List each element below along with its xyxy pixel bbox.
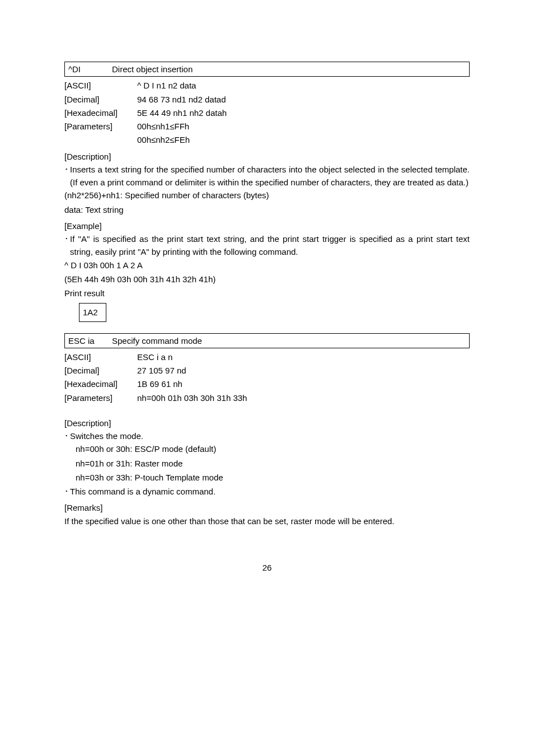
field-value: 27 105 97 nd [137, 364, 186, 377]
field-value: 94 68 73 nd1 nd2 datad [137, 93, 226, 106]
field-value: 1B 69 61 nh [137, 377, 182, 390]
field-label: [Decimal] [64, 93, 137, 106]
field-value: ^ D I n1 n2 data [137, 79, 196, 92]
command-header-box: ^DI Direct object insertion [64, 62, 470, 77]
example-label: [Example] [64, 220, 470, 232]
field-value: 00h≤nh2≤FEh [137, 133, 190, 146]
description-extra: data: Text string [64, 203, 470, 216]
field-label: [Hexadecimal] [64, 377, 137, 390]
bullet-icon: ･ [64, 163, 70, 189]
remarks-text: If the specified value is one other than… [64, 515, 470, 528]
field-label: [Hexadecimal] [64, 106, 137, 119]
page: ^DI Direct object insertion [ASCII]^ D I… [0, 0, 534, 608]
switch-text: Switches the mode. [70, 430, 470, 442]
mode-line: nh=01h or 31h: Raster mode [76, 457, 470, 470]
description-label: [Description] [64, 417, 470, 430]
field-label [64, 133, 137, 146]
example-text: If "A" is specified as the print start t… [70, 232, 470, 259]
field-value: 5E 44 49 nh1 nh2 datah [137, 106, 227, 119]
command-title: Direct object insertion [112, 63, 193, 76]
field-label: [ASCII] [64, 79, 137, 92]
field-value: nh=00h 01h 03h 30h 31h 33h [137, 391, 247, 404]
field-value: ESC i a n [137, 351, 172, 363]
description-extra: (nh2*256)+nh1: Specified number of chara… [64, 189, 470, 202]
command-code: ESC ia [68, 334, 112, 347]
command-header-box: ESC ia Specify command mode [64, 333, 470, 348]
dynamic-text: This command is a dynamic command. [70, 485, 470, 498]
field-value: 00h≤nh1≤FFh [137, 120, 189, 133]
example-line: Print result [64, 287, 470, 300]
bullet-icon: ･ [64, 232, 70, 259]
bullet-icon: ･ [64, 485, 70, 498]
mode-line: nh=00h or 30h: ESC/P mode (default) [76, 442, 470, 455]
remarks-label: [Remarks] [64, 501, 470, 514]
example-line: ^ D I 03h 00h 1 A 2 A [64, 259, 470, 272]
mode-line: nh=03h or 33h: P-touch Template mode [76, 471, 470, 484]
print-result-box: 1A2 [79, 303, 106, 321]
command-title: Specify command mode [112, 334, 202, 347]
field-label: [Parameters] [64, 391, 137, 404]
example-line: (5Eh 44h 49h 03h 00h 31h 41h 32h 41h) [64, 273, 470, 286]
command-code: ^DI [68, 63, 112, 76]
field-label: [Decimal] [64, 364, 137, 377]
field-label: [ASCII] [64, 351, 137, 363]
description-label: [Description] [64, 150, 470, 163]
page-number: 26 [64, 561, 470, 574]
bullet-icon: ･ [64, 430, 70, 442]
description-text: Inserts a text string for the specified … [70, 163, 470, 189]
field-label: [Parameters] [64, 120, 137, 133]
